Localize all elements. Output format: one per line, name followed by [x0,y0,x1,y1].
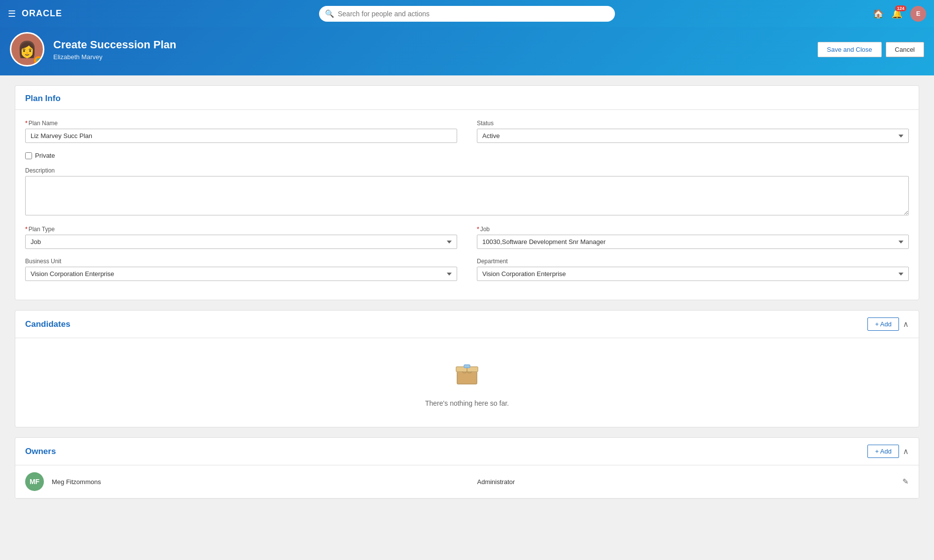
business-unit-label: Business Unit [25,258,457,265]
main-content: Plan Info Plan Name Status Active Inacti… [0,75,934,519]
plan-type-select[interactable]: Job Position [25,235,457,249]
plan-name-status-row: Plan Name Status Active Inactive [25,120,909,143]
owner-row: MF Meg Fitzommons Administrator ✎ [15,465,919,498]
job-group: Job 10030,Software Development Snr Manag… [477,226,909,249]
candidates-empty-state: There's nothing here so far. [15,338,919,427]
user-avatar[interactable]: E [910,6,926,22]
candidates-collapse-button[interactable]: ∧ [903,319,909,329]
business-unit-group: Business Unit Vision Corporation Enterpr… [25,258,457,281]
status-group: Status Active Inactive [477,120,909,143]
private-checkbox[interactable] [25,152,32,159]
search-wrapper: 🔍 [319,6,615,22]
private-checkbox-group: Private [25,152,909,159]
notifications-icon[interactable]: 🔔 124 [892,8,902,19]
nav-right-actions: 🏠 🔔 124 E [873,6,926,22]
page-header: 👩 🌐 Create Succession Plan Elizabeth Mar… [0,27,934,75]
plan-type-group: Plan Type Job Position [25,226,457,249]
plan-type-select-wrapper: Job Position [25,235,457,249]
plan-name-label: Plan Name [25,120,457,127]
home-icon[interactable]: 🏠 [873,8,884,19]
owners-collapse-button[interactable]: ∧ [903,447,909,456]
owner-avatar: MF [25,472,44,491]
save-and-close-button[interactable]: Save and Close [818,42,882,57]
owners-title: Owners [25,447,56,456]
private-label: Private [35,152,55,159]
candidates-card: Candidates + Add ∧ There's nothing here … [15,310,919,427]
candidates-empty-text: There's nothing here so far. [425,399,509,407]
cancel-button[interactable]: Cancel [886,42,924,57]
business-unit-select[interactable]: Vision Corporation Enterprise [25,267,457,281]
department-select[interactable]: Vision Corporation Enterprise [477,267,909,281]
notification-badge: 124 [895,5,906,11]
avatar-badge: 🌐 [34,56,43,65]
svg-rect-0 [457,370,477,384]
job-select[interactable]: 10030,Software Development Snr Manager [477,235,909,249]
plan-info-header: Plan Info [15,86,919,110]
description-label: Description [25,167,909,174]
owner-edit-button[interactable]: ✎ [902,477,909,486]
candidates-header: Candidates + Add ∧ [15,311,919,338]
owners-card: Owners + Add ∧ MF Meg Fitzommons Adminis… [15,437,919,499]
job-select-wrapper: 10030,Software Development Snr Manager [477,235,909,249]
candidates-title: Candidates [25,319,71,329]
owners-add-button[interactable]: + Add [867,445,899,458]
owners-header: Owners + Add ∧ [15,438,919,465]
plan-name-group: Plan Name [25,120,457,143]
job-label: Job [477,226,909,233]
owner-role: Administrator [477,478,903,486]
plan-info-body: Plan Name Status Active Inactive Priv [15,110,919,300]
plan-info-title: Plan Info [25,94,61,103]
department-group: Department Vision Corporation Enterprise [477,258,909,281]
candidates-add-button[interactable]: + Add [867,317,899,331]
plan-info-card: Plan Info Plan Name Status Active Inacti… [15,85,919,300]
plan-type-job-row: Plan Type Job Position Job 10030,Softwar… [25,226,909,249]
description-group: Description [25,167,909,217]
empty-box-icon [452,358,482,393]
page-title: Create Succession Plan [53,38,176,51]
status-select[interactable]: Active Inactive [477,129,909,143]
business-unit-select-wrapper: Vision Corporation Enterprise [25,267,457,281]
oracle-logo: ORACLE [22,8,62,19]
status-label: Status [477,120,909,127]
description-textarea[interactable] [25,176,909,215]
department-select-wrapper: Vision Corporation Enterprise [477,267,909,281]
search-input[interactable] [319,6,615,22]
plan-name-input[interactable] [25,129,457,143]
plan-type-label: Plan Type [25,226,457,233]
header-left: 👩 🌐 Create Succession Plan Elizabeth Mar… [10,32,176,67]
department-label: Department [477,258,909,265]
search-icon: 🔍 [325,9,334,18]
candidates-actions: + Add ∧ [867,317,909,331]
header-actions: Save and Close Cancel [818,42,924,57]
svg-rect-3 [464,365,470,368]
business-unit-department-row: Business Unit Vision Corporation Enterpr… [25,258,909,281]
status-select-wrapper: Active Inactive [477,129,909,143]
owner-name: Meg Fitzommons [52,478,477,486]
owners-actions: + Add ∧ [867,445,909,458]
page-title-block: Create Succession Plan Elizabeth Marvey [53,38,176,61]
avatar: 👩 🌐 [10,32,44,67]
page-subtitle: Elizabeth Marvey [53,53,176,61]
description-row: Description [25,167,909,217]
top-navigation: ☰ ORACLE 🔍 🏠 🔔 124 E [0,0,934,27]
hamburger-menu-icon[interactable]: ☰ [8,8,16,19]
